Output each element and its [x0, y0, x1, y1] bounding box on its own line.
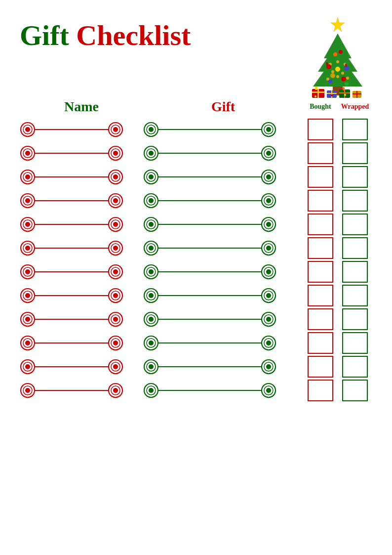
svg-point-18 [335, 67, 340, 72]
gift-scroll-field [143, 143, 303, 163]
svg-point-145 [113, 293, 118, 298]
svg-point-68 [266, 151, 271, 156]
wrapped-checkbox[interactable] [342, 308, 368, 330]
svg-point-103 [113, 222, 118, 227]
bought-checkbox[interactable] [308, 356, 333, 378]
gift-scroll-field [143, 309, 303, 329]
svg-point-201 [113, 388, 118, 393]
svg-point-142 [25, 293, 30, 298]
name-scroll-field [20, 214, 143, 234]
wrapped-checkbox[interactable] [342, 261, 368, 283]
svg-point-198 [25, 388, 30, 393]
title-checklist: Checklist [76, 19, 191, 51]
svg-point-117 [113, 246, 118, 251]
wrapped-checkbox[interactable] [342, 166, 368, 188]
svg-point-159 [113, 317, 118, 322]
bought-checkbox[interactable] [308, 332, 333, 354]
table-row [20, 308, 372, 330]
svg-rect-34 [339, 92, 350, 93]
table-row [20, 142, 372, 164]
svg-marker-6 [325, 34, 350, 58]
svg-point-121 [149, 246, 154, 251]
svg-point-17 [344, 66, 349, 71]
svg-point-11 [331, 70, 334, 73]
wrapped-checkbox[interactable] [342, 237, 368, 259]
table-row [20, 237, 372, 259]
column-name-header: Name [20, 99, 143, 115]
bought-checkbox[interactable] [308, 380, 333, 401]
svg-point-124 [266, 246, 271, 251]
name-scroll-field [20, 357, 143, 377]
wrapped-checkbox[interactable] [342, 119, 368, 140]
svg-point-107 [149, 222, 154, 227]
column-wrapped-header: Wrapped [338, 103, 372, 111]
svg-point-9 [336, 60, 339, 63]
svg-point-39 [314, 95, 316, 97]
svg-point-156 [25, 317, 30, 322]
name-scroll-field [20, 238, 143, 258]
bought-checkbox[interactable] [308, 261, 333, 283]
svg-point-110 [266, 222, 271, 227]
wrapped-checkbox[interactable] [342, 142, 368, 164]
svg-point-89 [113, 198, 118, 203]
table-row [20, 119, 372, 140]
svg-point-24 [345, 82, 349, 86]
svg-point-65 [149, 151, 154, 156]
wrapped-checkbox[interactable] [342, 332, 368, 354]
wrapped-checkbox[interactable] [342, 213, 368, 235]
bought-checkbox[interactable] [308, 285, 333, 306]
wrapped-checkbox[interactable] [342, 356, 368, 378]
bought-checkbox[interactable] [308, 142, 333, 164]
svg-point-72 [25, 174, 30, 179]
bought-checkbox[interactable] [308, 213, 333, 235]
svg-point-194 [266, 364, 271, 369]
svg-rect-26 [317, 89, 319, 98]
gift-scroll-field [143, 191, 303, 211]
svg-point-163 [149, 317, 154, 322]
column-gift-header: Gift [143, 99, 303, 115]
bought-checkbox[interactable] [308, 190, 333, 212]
wrapped-checkbox[interactable] [342, 380, 368, 401]
svg-point-205 [149, 388, 154, 393]
gift-scroll-field [143, 120, 303, 139]
svg-point-44 [25, 127, 30, 132]
wrapped-checkbox[interactable] [342, 190, 368, 212]
table-row [20, 166, 372, 188]
bought-checkbox[interactable] [308, 237, 333, 259]
gift-scroll-field [143, 333, 303, 353]
name-scroll-field [20, 309, 143, 329]
table-row [20, 190, 372, 212]
bought-checkbox[interactable] [308, 166, 333, 188]
header: Gift Checklist [20, 15, 372, 94]
name-scroll-field [20, 333, 143, 353]
svg-point-14 [346, 77, 349, 80]
svg-point-41 [344, 94, 346, 96]
svg-point-20 [341, 77, 346, 82]
name-scroll-field [20, 286, 143, 305]
name-scroll-field [20, 143, 143, 163]
svg-point-54 [266, 127, 271, 132]
gift-scroll-field [143, 357, 303, 377]
gift-scroll-field [143, 381, 303, 400]
name-scroll-field [20, 167, 143, 187]
svg-point-208 [266, 388, 271, 393]
page-title: Gift Checklist [20, 15, 191, 51]
gift-scroll-field [143, 238, 303, 258]
bought-checkbox[interactable] [308, 308, 333, 330]
svg-point-114 [25, 246, 30, 251]
svg-point-135 [149, 269, 154, 274]
svg-point-47 [113, 127, 118, 132]
svg-point-170 [25, 341, 30, 345]
svg-point-177 [149, 341, 154, 345]
svg-rect-33 [344, 89, 345, 98]
svg-point-13 [326, 78, 329, 81]
column-bought-header: Bought [303, 103, 338, 111]
svg-point-131 [113, 269, 118, 274]
wrapped-checkbox[interactable] [342, 285, 368, 306]
bought-checkbox[interactable] [308, 119, 333, 140]
svg-point-19 [330, 73, 335, 78]
svg-marker-0 [331, 17, 345, 32]
gift-scroll-field [143, 262, 303, 282]
svg-point-96 [266, 198, 271, 203]
svg-point-15 [336, 75, 339, 78]
